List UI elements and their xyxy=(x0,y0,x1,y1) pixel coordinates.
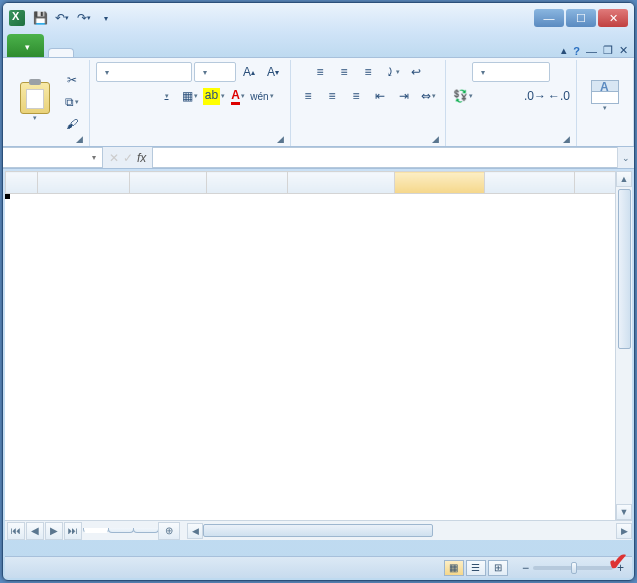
align-center-button[interactable]: ≡ xyxy=(321,86,343,106)
underline-button[interactable]: ▾ xyxy=(155,86,177,106)
align-right-button[interactable]: ≡ xyxy=(345,86,367,106)
mdi-close-icon[interactable]: ✕ xyxy=(619,44,628,57)
zoom-knob[interactable] xyxy=(571,562,577,574)
merge-center-button[interactable]: ⇔▾ xyxy=(417,86,439,106)
col-header-F[interactable] xyxy=(485,172,575,194)
scroll-left-icon[interactable]: ◀ xyxy=(187,523,203,539)
col-header-B[interactable] xyxy=(130,172,207,194)
phonetic-button[interactable]: wén▾ xyxy=(251,86,273,106)
paste-button[interactable]: ▾ xyxy=(13,73,57,131)
zoom-slider[interactable] xyxy=(533,566,613,570)
tab-data[interactable] xyxy=(146,49,170,57)
tab-view[interactable] xyxy=(194,49,218,57)
horizontal-scrollbar[interactable]: ◀ ▶ xyxy=(187,521,632,540)
align-launcher-icon[interactable]: ◢ xyxy=(432,134,439,144)
group-number: ▾ 💱▾ .0→ ←.0 ◢ xyxy=(446,60,577,146)
grow-font-button[interactable]: A▴ xyxy=(238,62,260,82)
zoom-out-button[interactable]: − xyxy=(522,561,529,575)
number-format-combo[interactable]: ▾ xyxy=(472,62,550,82)
new-sheet-button[interactable]: ⊕ xyxy=(158,522,180,540)
cancel-formula-icon[interactable]: ✕ xyxy=(109,151,119,165)
enter-formula-icon[interactable]: ✓ xyxy=(123,151,133,165)
copy-button[interactable]: ⧉▾ xyxy=(61,92,83,112)
vertical-scrollbar[interactable]: ▲ ▼ xyxy=(615,171,632,520)
accounting-format-button[interactable]: 💱▾ xyxy=(452,86,474,106)
mdi-minimize-icon[interactable]: — xyxy=(586,45,597,57)
formula-input[interactable] xyxy=(152,147,617,168)
fill-color-button[interactable]: ab▾ xyxy=(203,86,225,106)
align-top-button[interactable]: ≡ xyxy=(309,62,331,82)
col-header-D[interactable] xyxy=(288,172,395,194)
border-button[interactable]: ▦▾ xyxy=(179,86,201,106)
qat-redo-icon[interactable]: ↷▾ xyxy=(75,9,93,27)
tab-insert[interactable] xyxy=(74,49,98,57)
scroll-down-icon[interactable]: ▼ xyxy=(616,504,632,520)
wrap-text-button[interactable]: ↩ xyxy=(405,62,427,82)
shrink-font-button[interactable]: A▾ xyxy=(262,62,284,82)
page-break-view-button[interactable]: ⊞ xyxy=(488,560,508,576)
orientation-button[interactable]: ⤸▾ xyxy=(381,62,403,82)
ribbon-minimize-icon[interactable]: ▴ xyxy=(561,44,567,57)
prev-sheet-button[interactable]: ◀ xyxy=(26,522,44,540)
comma-format-button[interactable] xyxy=(500,86,522,106)
qat-undo-icon[interactable]: ↶▾ xyxy=(53,9,71,27)
styles-button[interactable]: ▾ xyxy=(583,67,627,125)
increase-indent-button[interactable]: ⇥ xyxy=(393,86,415,106)
tab-layout[interactable] xyxy=(98,49,122,57)
close-button[interactable]: ✕ xyxy=(598,9,628,27)
number-launcher-icon[interactable]: ◢ xyxy=(563,134,570,144)
scroll-up-icon[interactable]: ▲ xyxy=(616,171,632,187)
col-header-C[interactable] xyxy=(207,172,288,194)
last-sheet-button[interactable]: ⏭ xyxy=(64,522,82,540)
clipboard-launcher-icon[interactable]: ◢ xyxy=(76,134,83,144)
qat-customize-icon[interactable]: ▾ xyxy=(97,9,115,27)
decrease-indent-button[interactable]: ⇤ xyxy=(369,86,391,106)
format-painter-button[interactable]: 🖌 xyxy=(61,114,83,134)
italic-button[interactable] xyxy=(131,86,153,106)
name-box[interactable]: ▾ xyxy=(3,147,103,168)
cut-button[interactable]: ✂ xyxy=(61,70,83,90)
spreadsheet-grid[interactable] xyxy=(5,171,632,194)
sheet-tab-2[interactable] xyxy=(108,528,134,533)
first-sheet-button[interactable]: ⏮ xyxy=(7,522,25,540)
mdi-restore-icon[interactable]: ❐ xyxy=(603,44,613,57)
bold-button[interactable] xyxy=(107,86,129,106)
help-icon[interactable]: ? xyxy=(573,45,580,57)
group-styles: ▾ xyxy=(577,60,634,146)
col-header-E[interactable] xyxy=(395,172,485,194)
font-size-combo[interactable]: ▾ xyxy=(194,62,236,82)
tab-formulas[interactable] xyxy=(122,49,146,57)
vscroll-thumb[interactable] xyxy=(618,189,631,349)
quick-access-toolbar: 💾 ↶▾ ↷▾ ▾ xyxy=(31,9,115,27)
scroll-right-icon[interactable]: ▶ xyxy=(616,523,632,539)
align-middle-button[interactable]: ≡ xyxy=(333,62,355,82)
decrease-decimal-button[interactable]: ←.0 xyxy=(548,86,570,106)
sheet-tab-3[interactable] xyxy=(133,528,159,533)
expand-formula-icon[interactable]: ⌄ xyxy=(617,147,634,168)
increase-decimal-button[interactable]: .0→ xyxy=(524,86,546,106)
formula-bar-row: ▾ ✕ ✓ fx ⌄ xyxy=(3,147,634,169)
app-window: 💾 ↶▾ ↷▾ ▾ — ☐ ✕ ▴ ? — ❐ ✕ xyxy=(2,2,635,581)
hscroll-thumb[interactable] xyxy=(203,524,433,537)
font-name-combo[interactable]: ▾ xyxy=(96,62,192,82)
align-left-button[interactable]: ≡ xyxy=(297,86,319,106)
font-color-button[interactable]: A▾ xyxy=(227,86,249,106)
tab-home[interactable] xyxy=(48,48,74,57)
select-all-corner[interactable] xyxy=(6,172,38,194)
page-layout-view-button[interactable]: ☰ xyxy=(466,560,486,576)
fx-icon[interactable]: fx xyxy=(137,151,146,165)
percent-format-button[interactable] xyxy=(476,86,498,106)
minimize-button[interactable]: — xyxy=(534,9,564,27)
qat-save-icon[interactable]: 💾 xyxy=(31,9,49,27)
tab-file[interactable] xyxy=(7,34,44,57)
group-cells: ▾ xyxy=(634,60,635,146)
zoom-in-button[interactable]: + xyxy=(617,561,624,575)
maximize-button[interactable]: ☐ xyxy=(566,9,596,27)
tab-review[interactable] xyxy=(170,49,194,57)
col-header-A[interactable] xyxy=(38,172,130,194)
align-bottom-button[interactable]: ≡ xyxy=(357,62,379,82)
sheet-tab-1[interactable] xyxy=(83,528,109,533)
next-sheet-button[interactable]: ▶ xyxy=(45,522,63,540)
normal-view-button[interactable]: ▦ xyxy=(444,560,464,576)
font-launcher-icon[interactable]: ◢ xyxy=(277,134,284,144)
